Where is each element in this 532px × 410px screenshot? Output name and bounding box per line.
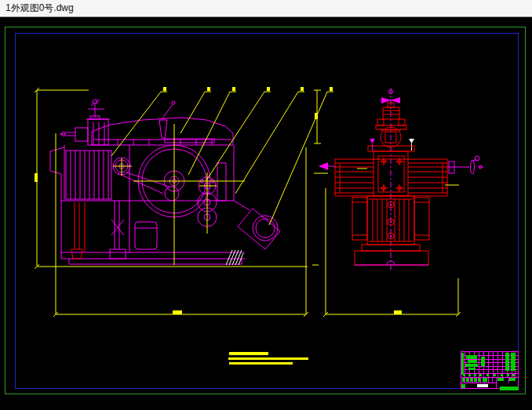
tech-notes [228,352,308,365]
front-view-red-parts [71,202,85,259]
dimension-text-width-front [173,310,182,314]
dimension-text-width-side [394,310,402,314]
dimension-text-height [35,173,38,182]
title-block-white-field [477,384,488,387]
knee-bolts [380,158,403,192]
sheet-border-outer [5,27,526,394]
crank-handle [447,156,483,174]
front-view [50,100,280,265]
cad-drawing[interactable] [0,0,532,410]
title-block [461,352,519,391]
note-line [229,352,268,355]
side-view [314,88,483,270]
sheet-border-inner [16,34,519,389]
note-line [229,362,293,365]
dimension-lines [35,88,461,317]
note-line [228,357,308,360]
leader-callouts [111,87,333,225]
